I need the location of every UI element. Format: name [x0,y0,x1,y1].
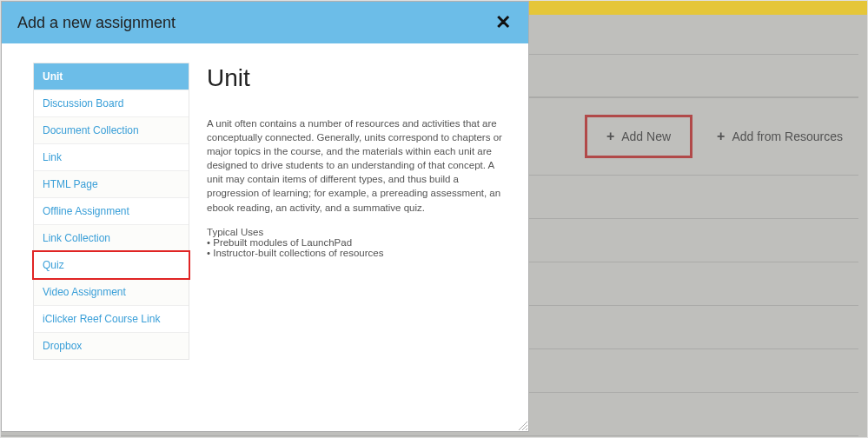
modal-header: Add a new assignment ✕ [2,2,528,43]
sidebar-item-label: Link [43,151,62,163]
detail-description: A unit often contains a number of resour… [207,116,504,215]
sidebar-item-label: Dropbox [43,340,82,352]
sidebar-item-label: Discussion Board [43,97,123,110]
sidebar-item-label: Unit [43,70,63,83]
sidebar-item-label: Offline Assignment [43,205,129,217]
svg-line-2 [526,428,527,430]
sidebar-item-unit[interactable]: Unit [34,63,189,90]
sidebar-item-label: Link Collection [43,232,110,244]
typical-uses-heading: Typical Uses [207,227,504,237]
sidebar-item-dropbox[interactable]: Dropbox [34,333,189,359]
sidebar-item-quiz[interactable]: Quiz [34,252,189,279]
sidebar-item-offline-assignment[interactable]: Offline Assignment [34,198,189,225]
resize-handle-icon[interactable] [517,420,527,430]
typical-use-item: • Instructor-built collections of resour… [207,248,504,258]
sidebar-item-label: iClicker Reef Course Link [43,313,160,325]
sidebar-item-discussion-board[interactable]: Discussion Board [34,90,189,117]
typical-use-item: • Prebuilt modules of LaunchPad [207,237,504,248]
add-assignment-modal: Add a new assignment ✕ UnitDiscussion Bo… [1,1,529,432]
assignment-type-list: UnitDiscussion BoardDocument CollectionL… [33,63,189,360]
typical-uses-list: • Prebuilt modules of LaunchPad• Instruc… [207,237,504,258]
sidebar-item-iclicker-reef-course-link[interactable]: iClicker Reef Course Link [34,306,189,333]
sidebar-item-link[interactable]: Link [34,144,189,171]
sidebar-item-video-assignment[interactable]: Video Assignment [34,279,189,306]
detail-panel: Unit A unit often contains a number of r… [207,63,511,422]
sidebar-item-label: Video Assignment [43,286,126,298]
modal-body: UnitDiscussion BoardDocument CollectionL… [2,43,528,431]
sidebar-item-label: HTML Page [43,178,98,190]
sidebar-item-label: Quiz [43,259,64,271]
sidebar-item-link-collection[interactable]: Link Collection [34,225,189,252]
sidebar-item-html-page[interactable]: HTML Page [34,171,189,198]
sidebar-item-document-collection[interactable]: Document Collection [34,117,189,144]
sidebar-item-label: Document Collection [43,124,139,136]
modal-title: Add a new assignment [17,14,176,32]
detail-title: Unit [207,64,504,92]
close-icon[interactable]: ✕ [490,8,516,37]
